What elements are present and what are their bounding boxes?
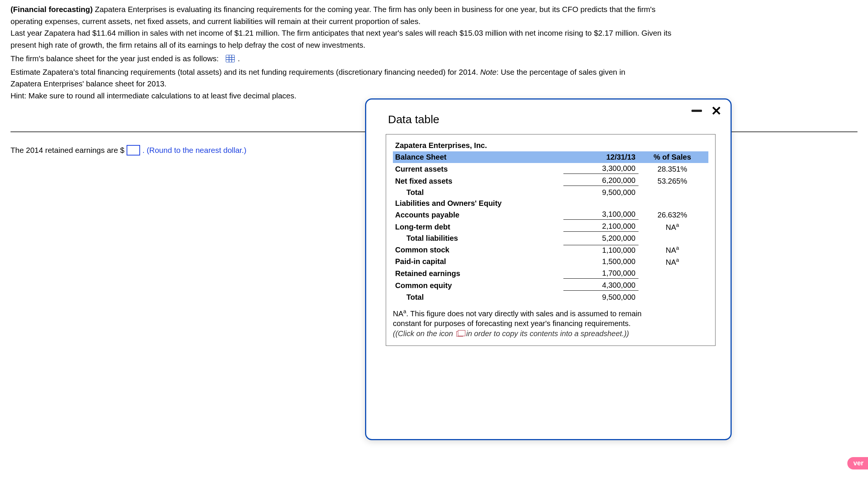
cell-value: 4,300,000 (563, 281, 639, 291)
ver-pill[interactable]: ver (847, 457, 868, 469)
cell-value: 6,200,000 (563, 176, 639, 186)
problem-text: (Financial forecasting) Zapatera Enterpr… (11, 4, 857, 101)
hdr-col3: % of Sales (639, 153, 706, 162)
footnote-text1: . This figure does not vary directly wit… (406, 309, 642, 317)
answer-lead: The 2014 retained earnings are $ (11, 146, 124, 155)
problem-sent2a: Last year Zapatera had $11.64 million in… (11, 29, 671, 37)
footnote-text2: constant for purposes of forecasting nex… (393, 319, 631, 328)
cell-label: Net fixed assets (395, 177, 563, 186)
data-table-icon[interactable] (226, 55, 235, 62)
cell-value: 9,500,000 (563, 293, 639, 302)
cell-percent: 28.351% (639, 165, 706, 174)
footnote-hint: ((Click on the icon in order to copy its… (393, 329, 629, 338)
footnote-hint-a-inner: (Click on the icon (396, 329, 453, 338)
cell-value: 3,100,000 (563, 210, 639, 220)
cell-value: 1,700,000 (563, 269, 639, 279)
data-table-modal: ✕ Data table Zapatera Enterprises, Inc. … (365, 98, 732, 440)
cell-label: Paid-in capital (395, 257, 563, 266)
cell-value: 1,500,000 (563, 257, 639, 266)
table-row: Liabilities and Owners' Equity (393, 198, 708, 209)
cell-percent: NAa (639, 257, 706, 267)
problem-sent2b: present high rate of growth, the firm re… (11, 39, 857, 51)
table-body: Current assets3,300,00028.351%Net fixed … (393, 163, 708, 303)
problem-period: . (238, 54, 240, 63)
problem-note-word: Note (480, 68, 497, 76)
table-row: Total liabilities5,200,000 (393, 233, 708, 244)
close-icon[interactable]: ✕ (711, 107, 722, 115)
page: (Financial forecasting) Zapatera Enterpr… (0, 0, 868, 483)
table-header-row: Balance Sheet 12/31/13 % of Sales (393, 151, 708, 163)
cell-label: Total (395, 188, 563, 197)
cell-percent: 53.265% (639, 177, 706, 186)
problem-sent4c: Zapatera Enterprises' balance sheet for … (11, 78, 857, 89)
cell-label: Long-term debt (395, 223, 563, 231)
footnote-sup: a (403, 308, 406, 314)
cell-label: Common stock (395, 246, 563, 254)
footnote: NAa. This figure does not vary directly … (393, 308, 708, 339)
table-row: Net fixed assets6,200,00053.265% (393, 175, 708, 187)
retained-earnings-input[interactable] (127, 145, 140, 155)
table-row: Accounts payable3,100,00026.632% (393, 209, 708, 221)
problem-sent4a: Estimate Zapatera's total financing requ… (11, 68, 480, 76)
hdr-col1: Balance Sheet (395, 153, 563, 162)
cell-value: 3,300,000 (563, 164, 639, 174)
balance-sheet-box: Zapatera Enterprises, Inc. Balance Sheet… (386, 134, 716, 346)
cell-percent: NAa (639, 222, 706, 232)
table-row: Common stock1,100,000NAa (393, 244, 708, 256)
company-name: Zapatera Enterprises, Inc. (393, 140, 708, 151)
problem-sent4b: : Use the percentage of sales given in (497, 68, 625, 76)
cell-value: 5,200,000 (563, 234, 639, 243)
cell-value: 2,100,000 (563, 222, 639, 232)
table-row: Paid-in capital1,500,000NAa (393, 256, 708, 268)
problem-sent3: The firm's balance sheet for the year ju… (11, 54, 219, 63)
cell-label: Retained earnings (395, 269, 563, 278)
footnote-hint-b-inner: in order to copy its contents into a spr… (466, 329, 626, 338)
table-row: Current assets3,300,00028.351% (393, 163, 708, 175)
modal-controls: ✕ (691, 107, 722, 115)
footnote-na: NA (393, 309, 403, 317)
copy-icon[interactable] (456, 331, 463, 337)
cell-label: Liabilities and Owners' Equity (395, 199, 563, 208)
cell-label: Current assets (395, 165, 563, 174)
problem-sent1a: Zapatera Enterprises is evaluating its f… (95, 5, 655, 14)
table-row: Retained earnings1,700,000 (393, 268, 708, 280)
cell-label: Total (395, 293, 563, 302)
table-row: Total9,500,000 (393, 292, 708, 303)
hdr-col2: 12/31/13 (563, 153, 639, 162)
problem-tag: (Financial forecasting) (11, 5, 93, 14)
table-row: Long-term debt2,100,000NAa (393, 221, 708, 233)
cell-percent: NAa (639, 245, 706, 255)
table-row: Common equity4,300,000 (393, 280, 708, 292)
cell-percent: 26.632% (639, 211, 706, 219)
cell-value: 9,500,000 (563, 188, 639, 197)
table-row: Total9,500,000 (393, 187, 708, 198)
problem-sent1b: operating expenses, current assets, net … (11, 16, 857, 27)
cell-label: Total liabilities (395, 234, 563, 243)
minimize-icon[interactable] (691, 110, 702, 112)
cell-label: Common equity (395, 281, 563, 290)
answer-tail: . (Round to the nearest dollar.) (142, 146, 246, 155)
cell-label: Accounts payable (395, 211, 563, 219)
modal-title: Data table (388, 113, 726, 126)
cell-value: 1,100,000 (563, 245, 639, 255)
